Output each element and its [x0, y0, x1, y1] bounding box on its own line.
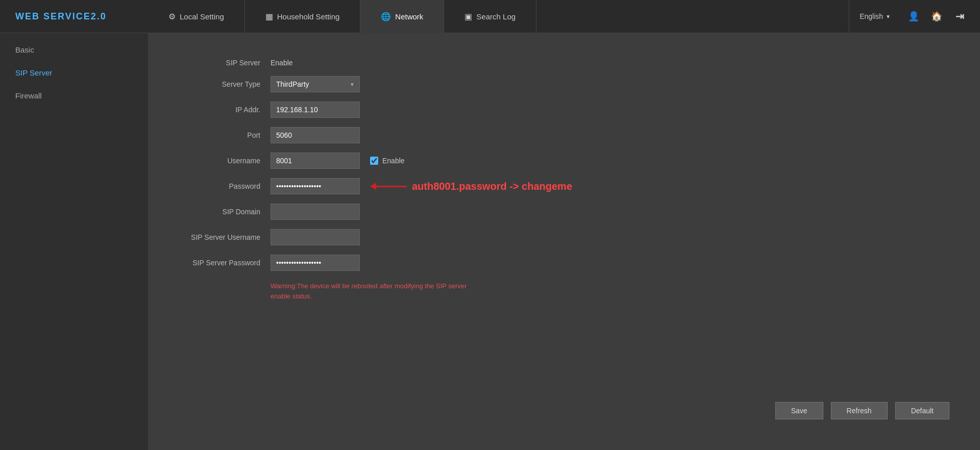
server-type-label: Server Type [168, 80, 271, 88]
topnav-right: English ▼ 👤 🏠 ⇥ [849, 0, 980, 33]
ip-addr-row: IP Addr. [168, 102, 960, 118]
sidebar-item-sip-server[interactable]: SIP Server [0, 61, 148, 84]
search-log-icon: ▣ [464, 12, 472, 21]
enable-checkbox-label: Enable [370, 157, 405, 165]
warning-text: Warning:The device will be rebooted afte… [271, 281, 475, 301]
port-label: Port [168, 131, 271, 139]
network-icon: 🌐 [381, 12, 391, 21]
default-button[interactable]: Default [895, 402, 949, 419]
sip-server-value: Enable [271, 59, 293, 67]
topnav: WEB SERVICE2.0 ⚙ Local Setting ▦ Househo… [0, 0, 980, 33]
sip-domain-label: SIP Domain [168, 208, 271, 216]
sip-server-label: SIP Server [168, 59, 271, 67]
username-input[interactable] [271, 153, 360, 169]
annotation-text: auth8001.password -> changeme [412, 181, 572, 192]
sip-server-password-row: SIP Server Password [168, 255, 960, 271]
sidebar: Basic SIP Server Firewall [0, 33, 148, 450]
nav-network[interactable]: 🌐 Network [360, 0, 444, 33]
enable-checkbox[interactable] [370, 157, 378, 165]
sip-server-password-label: SIP Server Password [168, 259, 271, 267]
sidebar-basic-label: Basic [15, 45, 34, 54]
brand: WEB SERVICE2.0 [0, 11, 148, 22]
nav-network-label: Network [395, 12, 423, 21]
password-label: Password [168, 182, 271, 190]
brand-text: WEB SERVICE2.0 [15, 11, 107, 21]
nav-local-setting-label: Local Setting [180, 12, 224, 21]
sidebar-item-firewall[interactable]: Firewall [0, 84, 148, 107]
logout-icon-btn[interactable]: ⇥ [949, 0, 970, 33]
user-icon-btn[interactable]: 👤 [903, 0, 924, 33]
nav-household-setting-label: Household Setting [277, 12, 340, 21]
nav-search-log[interactable]: ▣ Search Log [444, 0, 536, 33]
sip-domain-row: SIP Domain [168, 204, 960, 220]
language-selector[interactable]: English ▼ [849, 0, 901, 33]
server-type-row: Server Type ThirdParty Standard [168, 76, 960, 92]
ip-addr-label: IP Addr. [168, 106, 271, 114]
nav-local-setting[interactable]: ⚙ Local Setting [148, 0, 245, 33]
server-type-wrapper: ThirdParty Standard [271, 76, 360, 92]
sip-server-password-input[interactable] [271, 255, 360, 271]
arrow-shaft [376, 186, 407, 187]
language-label: English [860, 12, 883, 20]
server-type-select[interactable]: ThirdParty Standard [271, 76, 360, 92]
form-section: SIP Server Enable Server Type ThirdParty… [168, 48, 960, 311]
username-row: Username Enable [168, 153, 960, 169]
arrow-head [370, 183, 376, 190]
ip-addr-input[interactable] [271, 102, 360, 118]
arrow-annotation: auth8001.password -> changeme [370, 181, 572, 192]
sip-server-row: SIP Server Enable [168, 59, 960, 67]
main-content: SIP Server Enable Server Type ThirdParty… [148, 33, 980, 450]
refresh-button[interactable]: Refresh [831, 402, 888, 419]
port-input[interactable] [271, 127, 360, 143]
nav-search-log-label: Search Log [476, 12, 516, 21]
sidebar-firewall-label: Firewall [15, 91, 42, 100]
layout: Basic SIP Server Firewall SIP Server Ena… [0, 33, 980, 450]
port-row: Port [168, 127, 960, 143]
language-arrow: ▼ [886, 14, 891, 19]
password-input[interactable] [271, 178, 360, 194]
password-row: Password auth8001.password -> changeme [168, 178, 960, 194]
sip-domain-input[interactable] [271, 204, 360, 220]
logout-icon: ⇥ [955, 10, 964, 22]
gear-icon: ⚙ [168, 12, 176, 21]
sidebar-item-basic[interactable]: Basic [0, 38, 148, 61]
sidebar-sip-server-label: SIP Server [15, 68, 52, 77]
enable-label: Enable [382, 157, 405, 165]
bottom-buttons: Save Refresh Default [775, 402, 949, 419]
username-label: Username [168, 157, 271, 165]
home-icon: 🏠 [931, 11, 942, 22]
home-icon-btn[interactable]: 🏠 [926, 0, 947, 33]
household-icon: ▦ [265, 12, 273, 21]
sip-server-username-row: SIP Server Username [168, 229, 960, 245]
user-icon: 👤 [908, 11, 919, 22]
save-button[interactable]: Save [775, 402, 823, 419]
nav-household-setting[interactable]: ▦ Household Setting [245, 0, 361, 33]
topnav-menu: ⚙ Local Setting ▦ Household Setting 🌐 Ne… [148, 0, 849, 33]
sip-server-username-label: SIP Server Username [168, 233, 271, 241]
arrow-line [370, 183, 407, 190]
sip-server-username-input[interactable] [271, 229, 360, 245]
